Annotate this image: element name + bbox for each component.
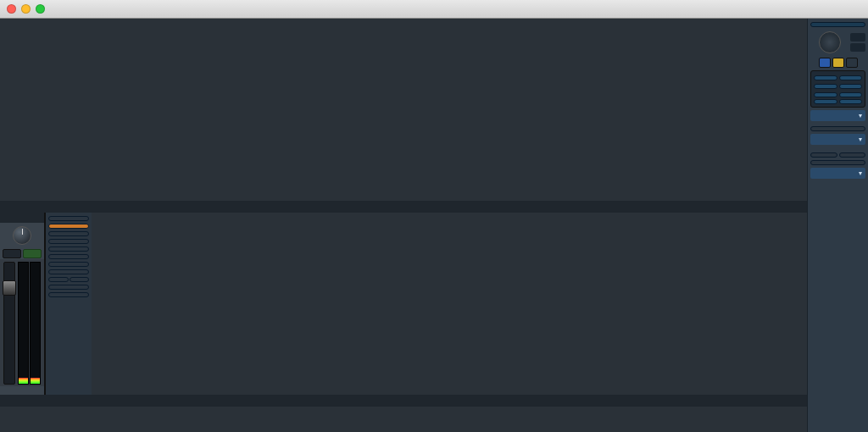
- edit-button[interactable]: [810, 152, 837, 158]
- main-output-strip: [0, 213, 45, 395]
- phase-l-button[interactable]: [48, 277, 69, 282]
- master-fader[interactable]: [846, 58, 858, 68]
- assign-button[interactable]: [810, 160, 865, 165]
- control-room-panel: [45, 213, 92, 395]
- speakerb-button[interactable]: [48, 246, 89, 252]
- device-selector[interactable]: [810, 22, 865, 27]
- zoom-icon[interactable]: [36, 4, 45, 14]
- mono-button[interactable]: [48, 254, 89, 259]
- minimize-icon[interactable]: [21, 4, 31, 14]
- mixer-area: [0, 19, 807, 432]
- phase-r-button[interactable]: [70, 277, 90, 282]
- show-fx-button[interactable]: [814, 92, 837, 97]
- settings-button[interactable]: [48, 216, 89, 221]
- titlebar: [0, 0, 868, 19]
- fx-button[interactable]: [819, 31, 841, 53]
- redo-icon[interactable]: [850, 43, 865, 52]
- free-button[interactable]: [839, 75, 863, 80]
- undo-icon[interactable]: [850, 33, 865, 42]
- hardware-inputs-row: [0, 19, 807, 201]
- section-hardware-outputs: [0, 395, 807, 407]
- master-solo[interactable]: [832, 58, 844, 68]
- main-label: [0, 213, 44, 223]
- master-mute[interactable]: [819, 58, 831, 68]
- snapshots-header[interactable]: ▾: [810, 110, 865, 121]
- main-fader[interactable]: [3, 262, 15, 385]
- ext-input-button[interactable]: [48, 269, 89, 274]
- submix-button[interactable]: [814, 75, 837, 80]
- section-hardware-inputs: [0, 201, 807, 213]
- trim-button[interactable]: [839, 92, 863, 97]
- groups-header[interactable]: ▾: [810, 134, 865, 145]
- stereo-button[interactable]: [48, 224, 89, 229]
- clear-button[interactable]: [839, 152, 866, 158]
- recall-button[interactable]: [48, 239, 89, 244]
- software-playback-row: [0, 213, 807, 395]
- rms-button[interactable]: [839, 84, 863, 89]
- main-knob[interactable]: [13, 226, 31, 245]
- notrim-button[interactable]: [48, 285, 89, 290]
- layout-presets-header[interactable]: ▾: [810, 168, 865, 179]
- right-panel: ▾ ▾ ▾: [807, 19, 868, 432]
- store-button[interactable]: [810, 126, 865, 131]
- close-icon[interactable]: [7, 4, 16, 14]
- loopback-button[interactable]: [48, 292, 89, 297]
- main-cue[interactable]: [23, 249, 42, 258]
- dim-button[interactable]: [48, 231, 89, 236]
- tworow-button[interactable]: [814, 99, 837, 104]
- main-mute[interactable]: [3, 249, 21, 258]
- talkback-button[interactable]: [48, 262, 89, 267]
- postfx-button[interactable]: [814, 84, 837, 89]
- names-button[interactable]: [839, 99, 863, 104]
- window-controls: [7, 4, 45, 14]
